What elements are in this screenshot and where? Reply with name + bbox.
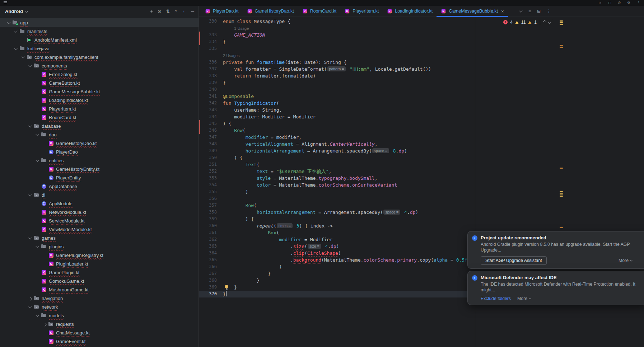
tree-item-models[interactable]: models [0,311,199,320]
line-number[interactable]: 360 [199,222,217,229]
line-number[interactable]: 339 [199,79,217,86]
line-number[interactable]: 365 [199,257,217,263]
next-issue-icon[interactable] [548,20,551,23]
line-number[interactable]: 330 [199,18,217,25]
stripe-mark[interactable] [560,227,563,228]
line-number[interactable]: 353 [199,175,217,182]
collapse-all-icon[interactable]: ^ [175,9,177,14]
more-icon[interactable]: ⋮ [637,0,640,6]
split-icon[interactable]: ⊞ [537,9,541,14]
agp-upgrade-assistant-button[interactable]: Start AGP Upgrade Assistant [481,256,547,265]
code-line-344[interactable]: 344 modifier: Modifier = Modifier [199,113,644,120]
code-line-334[interactable]: 334} [199,38,644,45]
line-number[interactable]: 337 [199,66,217,72]
chevron-expanded-icon[interactable] [28,236,32,239]
code-line-353[interactable]: 353 style = MaterialTheme.typography.bod… [199,175,644,182]
code-line-351[interactable]: 351 Text( [199,161,644,168]
line-number[interactable]: 358 [199,209,217,216]
line-number[interactable]: 335 [199,45,217,52]
line-number[interactable]: 367 [199,270,217,277]
line-number[interactable]: 334 [199,38,217,45]
line-number[interactable] [199,25,217,32]
line-number[interactable]: 340 [199,86,217,93]
stripe-mark[interactable] [560,45,563,46]
tree-item-plugins[interactable]: plugins [0,242,199,251]
tree-item-GameEvent.kt[interactable]: KGameEvent.kt [0,337,199,346]
more-dropdown[interactable]: More [619,258,632,263]
stripe-mark[interactable] [560,47,563,48]
stripe-mark[interactable] [560,191,563,192]
code-line-339[interactable]: 339} [199,79,644,86]
tree-item-RoomCard.kt[interactable]: KRoomCard.kt [0,113,199,122]
chevron-expanded-icon[interactable] [28,193,32,196]
inspections-widget[interactable]: ! 4 11 1 [500,19,554,26]
code-line-345[interactable]: 345) { [199,120,644,127]
code-line-340[interactable]: 340 [199,86,644,93]
chevron-expanded-icon[interactable] [28,124,32,127]
tree-item-ChatMessage.kt[interactable]: KChatMessage.kt [0,328,199,337]
tree-item-entities[interactable]: entities [0,156,199,165]
tree-item-MushroomGame.kt[interactable]: KMushroomGame.kt [0,285,199,294]
code-line-330[interactable]: 330enum class MessageType { [199,18,644,25]
stripe-mark[interactable] [560,196,563,197]
code-line-341[interactable]: 341@Composable [199,93,644,100]
line-number[interactable]: 344 [199,113,217,120]
search-icon[interactable]: ⊙ [618,0,621,6]
tree-item-GomokuGame.kt[interactable]: KGomokuGame.kt [0,277,199,285]
tree-item-GameMessageBubble.kt[interactable]: KGameMessageBubble.kt [0,87,199,96]
code-line-335[interactable]: 335 [199,45,644,52]
tree-item-com.example.familygameclient[interactable]: com.example.familygameclient [0,53,199,61]
code-line-346[interactable]: 346 Row( [199,127,644,134]
sort-icon[interactable]: ⇅ [166,9,170,14]
tree-item-GameHistoryEntity.kt[interactable]: KGameHistoryEntity.kt [0,165,199,173]
quickfix-bulb-icon[interactable] [224,285,229,290]
line-number[interactable]: 338 [199,72,217,79]
line-number[interactable]: 346 [199,127,217,134]
tree-item-PluginLoader.kt[interactable]: KPluginLoader.kt [0,259,199,268]
tree-item-GamePluginRegistry.kt[interactable]: KGamePluginRegistry.kt [0,251,199,259]
tree-item-GameButton.kt[interactable]: KGameButton.kt [0,79,199,87]
line-number[interactable]: 356 [199,195,217,202]
code-line-336[interactable]: 336private fun formatTime(date: Date): S… [199,59,644,66]
chevron-expanded-icon[interactable] [28,64,32,67]
kebab-icon[interactable]: ⋮ [547,9,551,14]
code-line-359[interactable]: 359 ) { [199,216,644,222]
chevron-collapsed-icon[interactable] [43,323,46,326]
tree-item-games[interactable]: games [0,234,199,242]
code-line-347[interactable]: 347 modifier = modifier, [199,134,644,141]
tree-item-AppDatabase[interactable]: CAppDatabase [0,182,199,191]
code-line-333[interactable]: 333 GAME_ACTION [199,32,644,38]
code-line-358[interactable]: 358 horizontalArrangement = Arrangement.… [199,209,644,216]
tree-item-PlayerEntity[interactable]: CPlayerEntity [0,173,199,182]
chevron-down-icon[interactable] [520,9,522,14]
tree-item-components[interactable]: components [0,61,199,70]
tree-item-requests[interactable]: requests [0,320,199,328]
line-number[interactable]: 349 [199,147,217,154]
chevron-expanded-icon[interactable] [36,313,39,316]
code-line-352[interactable]: 352 text = "$userName 正在输入", [199,168,644,175]
tab-LoadingIndicator.kt[interactable]: KLoadingIndicator.kt [383,6,437,17]
line-number[interactable]: 354 [199,182,217,188]
settings-icon[interactable]: ⚙ [627,0,630,6]
code-line-355[interactable]: 355 ) [199,188,644,195]
tab-GameHistoryDao.kt[interactable]: KGameHistoryDao.kt [243,6,298,17]
line-number[interactable]: 364 [199,250,217,257]
exclude-folders-link[interactable]: Exclude folders [481,296,511,301]
code-line-337[interactable]: 337 val formatter = SimpleDateFormat(pat… [199,66,644,72]
code-line-349[interactable]: 349 horizontalArrangement = Arrangement.… [199,147,644,154]
line-number[interactable]: 359 [199,216,217,222]
tree-item-NetworkModule.kt[interactable]: KNetworkModule.kt [0,208,199,216]
more-dropdown[interactable]: More [517,296,531,301]
options-icon[interactable]: ⋮ [182,9,186,14]
code-line[interactable]: 1 Usage [199,25,644,32]
add-icon[interactable]: + [150,9,153,14]
code-line-360[interactable]: 360 repeat(times = 3) { index -> [199,222,644,229]
stripe-mark[interactable] [560,193,563,194]
stripe-mark[interactable] [560,20,563,22]
chevron-expanded-icon[interactable] [7,20,10,24]
line-number[interactable]: 341 [199,93,217,100]
chevron-expanded-icon[interactable] [21,55,24,58]
tree-item-AppModule[interactable]: CAppModule [0,199,199,208]
line-number[interactable]: 361 [199,229,217,236]
line-number[interactable]: 345 [199,120,217,127]
